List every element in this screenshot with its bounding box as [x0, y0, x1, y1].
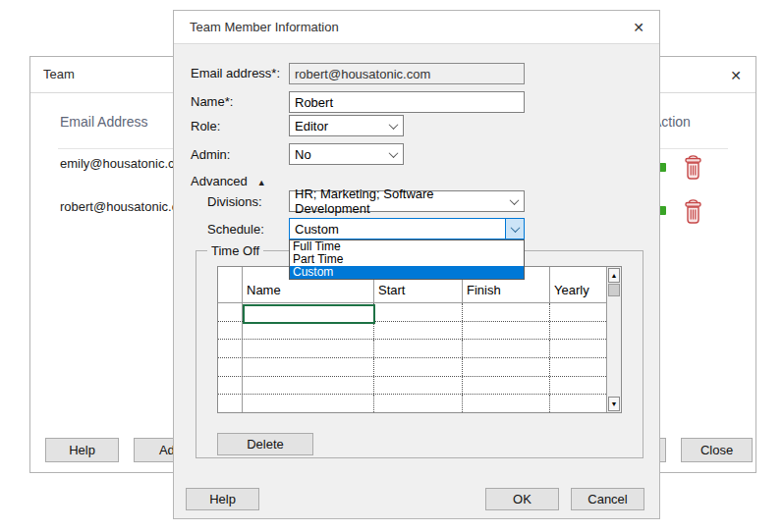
- team-close-button[interactable]: Close: [681, 438, 753, 462]
- option-custom[interactable]: Custom: [290, 266, 524, 279]
- admin-label: Admin:: [191, 147, 230, 162]
- time-off-table[interactable]: Name Start Finish Yearly ▲ ▼: [217, 266, 622, 413]
- help-button[interactable]: Help: [186, 488, 259, 510]
- divisions-value: HR; Marketing; Software Development: [295, 186, 506, 216]
- team-dialog-title: Team: [43, 67, 75, 81]
- chevron-down-icon[interactable]: [384, 116, 403, 135]
- name-label: Name*:: [191, 94, 233, 109]
- schedule-dropdown[interactable]: Custom: [289, 218, 525, 239]
- team-member-information-dialog: Team Member Information ✕ Email address*…: [173, 10, 660, 519]
- name-field[interactable]: Robert: [289, 91, 525, 113]
- advanced-toggle[interactable]: Advanced▲: [191, 174, 266, 188]
- email-field: robert@housatonic.com: [289, 63, 525, 84]
- table-row[interactable]: [218, 358, 606, 377]
- column-header-yearly: Yearly: [550, 267, 606, 302]
- table-row[interactable]: [218, 377, 606, 396]
- table-row[interactable]: [218, 395, 606, 412]
- cancel-button[interactable]: Cancel: [571, 488, 644, 510]
- team-help-button[interactable]: Help: [45, 438, 119, 462]
- role-label: Role:: [191, 119, 220, 133]
- table-row[interactable]: [218, 340, 606, 358]
- schedule-options-list: Full Time Part Time Custom: [289, 239, 525, 280]
- scroll-down-icon[interactable]: ▼: [608, 397, 620, 411]
- trash-icon[interactable]: [682, 198, 704, 225]
- scroll-up-icon[interactable]: ▲: [608, 268, 620, 283]
- divisions-label: Divisions:: [207, 194, 262, 209]
- ok-button[interactable]: OK: [485, 488, 559, 510]
- table-row[interactable]: [218, 322, 606, 341]
- divisions-dropdown[interactable]: HR; Marketing; Software Development: [289, 190, 525, 212]
- schedule-label: Schedule:: [207, 222, 264, 237]
- advanced-label: Advanced: [191, 174, 248, 188]
- dialog-title: Team Member Information: [190, 20, 339, 34]
- scrollbar-thumb[interactable]: [608, 284, 620, 296]
- vertical-scrollbar[interactable]: ▲ ▼: [606, 267, 621, 412]
- time-off-group-label: Time Off: [207, 243, 263, 258]
- delete-button[interactable]: Delete: [217, 433, 313, 455]
- role-dropdown[interactable]: Editor: [289, 115, 404, 136]
- admin-dropdown[interactable]: No: [289, 143, 404, 165]
- close-icon[interactable]: ✕: [724, 64, 748, 87]
- close-icon[interactable]: ✕: [627, 16, 650, 39]
- email-address-column-header: Email Address: [60, 114, 147, 130]
- edit-icon[interactable]: [659, 163, 666, 172]
- dialog-titlebar: Team Member Information ✕: [174, 11, 659, 44]
- chevron-down-icon[interactable]: [384, 144, 403, 164]
- focused-cell[interactable]: [243, 304, 375, 324]
- email-label: Email address*:: [191, 66, 280, 80]
- chevron-down-icon[interactable]: [506, 191, 524, 211]
- edit-icon[interactable]: [659, 206, 666, 215]
- row-header-column: [218, 267, 243, 302]
- admin-value: No: [295, 147, 311, 162]
- role-value: Editor: [295, 119, 328, 133]
- chevron-down-icon[interactable]: [505, 219, 524, 239]
- collapse-triangle-icon[interactable]: ▲: [257, 178, 266, 187]
- trash-icon[interactable]: [682, 154, 704, 181]
- schedule-value: Custom: [295, 222, 339, 237]
